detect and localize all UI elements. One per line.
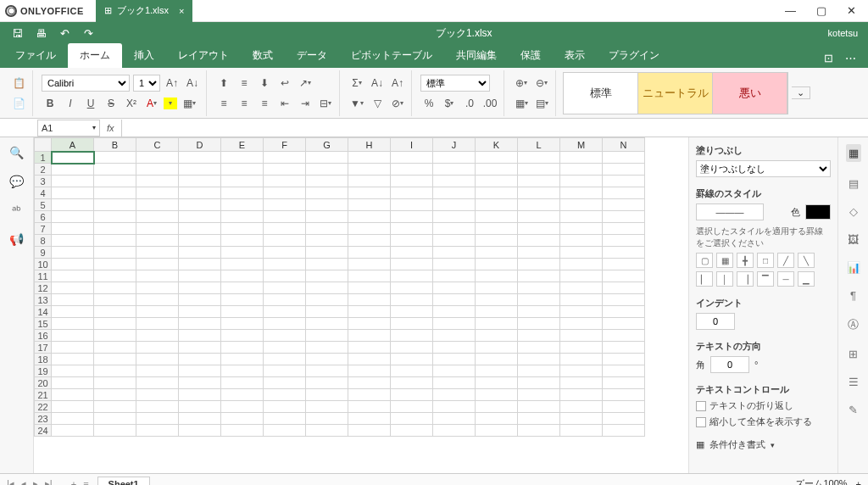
signature-settings-icon[interactable]: ✎ — [849, 404, 858, 416]
cell-I12[interactable] — [391, 282, 433, 294]
cell-H10[interactable] — [348, 259, 391, 270]
font-color-button[interactable]: A — [143, 95, 160, 112]
cell-D14[interactable] — [179, 306, 221, 318]
document-tab[interactable]: ⊞ ブック1.xlsx × — [96, 0, 193, 22]
border-line-style[interactable]: ——— — [696, 203, 764, 220]
align-right-button[interactable]: ≡ — [256, 95, 273, 112]
cell-L11[interactable] — [518, 270, 560, 282]
col-header-A[interactable]: A — [52, 138, 94, 152]
redo-button[interactable]: ↷ — [76, 27, 100, 40]
cell-A3[interactable] — [52, 176, 94, 187]
comments-icon[interactable]: 💬 — [9, 175, 24, 188]
cell-N12[interactable] — [603, 282, 645, 294]
cell-N4[interactable] — [603, 187, 645, 199]
cell-M3[interactable] — [560, 176, 603, 187]
cell-E3[interactable] — [221, 176, 264, 187]
table-settings-icon[interactable]: ▤ — [849, 177, 859, 190]
increase-decimal-button[interactable]: .00 — [481, 95, 498, 112]
copy-button[interactable]: 📋 — [10, 75, 27, 92]
cell-H12[interactable] — [348, 282, 391, 294]
cell-I9[interactable] — [391, 247, 433, 259]
cell-A9[interactable] — [52, 247, 94, 259]
underline-button[interactable]: U — [82, 95, 99, 112]
cell-J2[interactable] — [433, 164, 476, 176]
align-middle-button[interactable]: ≡ — [236, 75, 253, 92]
cell-E17[interactable] — [221, 342, 264, 354]
row-header-14[interactable]: 14 — [35, 306, 52, 318]
cell-J12[interactable] — [433, 282, 476, 294]
slicer-settings-icon[interactable]: ☰ — [849, 376, 859, 388]
cell-H7[interactable] — [348, 223, 391, 235]
cell-I3[interactable] — [391, 176, 433, 187]
cell-L10[interactable] — [518, 259, 560, 270]
cell-H20[interactable] — [348, 377, 391, 389]
cell-C19[interactable] — [136, 365, 179, 377]
strike-button[interactable]: S — [103, 95, 120, 112]
cell-C10[interactable] — [136, 259, 179, 270]
cell-H6[interactable] — [348, 211, 391, 223]
cell-B20[interactable] — [94, 377, 136, 389]
cell-J11[interactable] — [433, 270, 476, 282]
zoom-in-button[interactable]: + — [856, 479, 861, 486]
border-vert[interactable]: │ — [716, 271, 733, 287]
cell-N20[interactable] — [603, 377, 645, 389]
cond-format-button[interactable]: ▦ — [513, 95, 530, 112]
cell-F16[interactable] — [264, 330, 306, 342]
italic-button[interactable]: I — [62, 95, 79, 112]
cell-D18[interactable] — [179, 354, 221, 365]
cell-C13[interactable] — [136, 294, 179, 306]
open-location-icon[interactable]: ⊡ — [824, 52, 833, 64]
cell-M16[interactable] — [560, 330, 603, 342]
row-header-21[interactable]: 21 — [35, 389, 52, 401]
style-neutral[interactable]: ニュートラル — [638, 73, 713, 114]
border-none[interactable]: □ — [757, 253, 774, 268]
cell-D8[interactable] — [179, 235, 221, 247]
shape-settings-icon[interactable]: ◇ — [849, 205, 858, 218]
cell-B11[interactable] — [94, 270, 136, 282]
cell-D10[interactable] — [179, 259, 221, 270]
cell-L3[interactable] — [518, 176, 560, 187]
col-header-K[interactable]: K — [476, 138, 518, 152]
row-header-18[interactable]: 18 — [35, 354, 52, 365]
cell-G22[interactable] — [306, 401, 348, 413]
cell-C7[interactable] — [136, 223, 179, 235]
cell-E2[interactable] — [221, 164, 264, 176]
border-color-swatch[interactable] — [805, 204, 831, 220]
cell-D13[interactable] — [179, 294, 221, 306]
cell-M1[interactable] — [560, 152, 603, 164]
cell-H23[interactable] — [348, 413, 391, 425]
cell-G7[interactable] — [306, 223, 348, 235]
sheet-tab[interactable]: Sheet1 — [97, 477, 150, 485]
cell-G6[interactable] — [306, 211, 348, 223]
cell-C1[interactable] — [136, 152, 179, 164]
cell-E8[interactable] — [221, 235, 264, 247]
cell-I17[interactable] — [391, 342, 433, 354]
cell-G2[interactable] — [306, 164, 348, 176]
cell-K19[interactable] — [476, 365, 518, 377]
font-size-select[interactable]: 11 — [133, 75, 160, 92]
cell-I23[interactable] — [391, 413, 433, 425]
cell-J23[interactable] — [433, 413, 476, 425]
cell-B5[interactable] — [94, 199, 136, 211]
align-center-button[interactable]: ≡ — [236, 95, 253, 112]
tab-pivot[interactable]: ピボットテーブル — [339, 43, 444, 68]
cell-K20[interactable] — [476, 377, 518, 389]
cell-F18[interactable] — [264, 354, 306, 365]
cell-N10[interactable] — [603, 259, 645, 270]
number-format-select[interactable]: 標準 — [420, 75, 490, 92]
cell-F12[interactable] — [264, 282, 306, 294]
cell-L13[interactable] — [518, 294, 560, 306]
cell-G18[interactable] — [306, 354, 348, 365]
cell-A10[interactable] — [52, 259, 94, 270]
cell-L14[interactable] — [518, 306, 560, 318]
fx-icon[interactable]: fx — [100, 123, 121, 133]
cell-L20[interactable] — [518, 377, 560, 389]
cell-I19[interactable] — [391, 365, 433, 377]
cell-M6[interactable] — [560, 211, 603, 223]
cell-N24[interactable] — [603, 425, 645, 437]
cell-F2[interactable] — [264, 164, 306, 176]
cell-B18[interactable] — [94, 354, 136, 365]
tab-file[interactable]: ファイル — [3, 43, 68, 68]
close-tab-icon[interactable]: × — [179, 6, 184, 16]
cell-B7[interactable] — [94, 223, 136, 235]
